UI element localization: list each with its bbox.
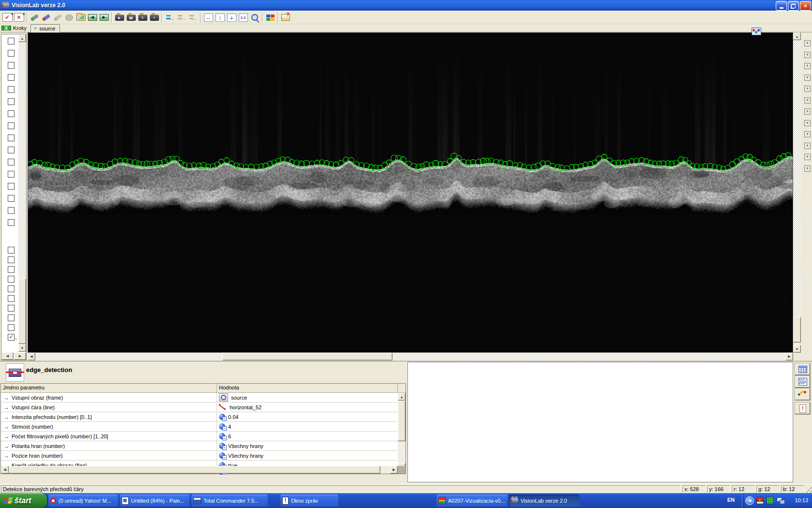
fit-height-button[interactable]: ↕ <box>214 12 226 23</box>
steps-scroll-left-button[interactable]: ◀ <box>1 352 14 360</box>
tray-app-icon[interactable] <box>756 497 764 504</box>
tray-matrix-icon[interactable] <box>767 497 774 504</box>
expand-plus-button[interactable]: + <box>804 108 811 115</box>
messages-button[interactable]: ! <box>795 403 810 414</box>
step-checkbox[interactable] <box>8 195 14 202</box>
zoom-tool-button[interactable] <box>249 12 261 23</box>
step-checkbox[interactable] <box>8 62 14 69</box>
step-checkbox[interactable] <box>8 171 14 178</box>
step-checkbox[interactable] <box>8 38 14 45</box>
table-hscroll-track[interactable] <box>380 466 390 474</box>
expand-plus-button[interactable]: + <box>804 75 811 81</box>
step-checkbox[interactable] <box>8 207 14 214</box>
step-checkbox[interactable] <box>8 159 14 165</box>
close-button[interactable]: × <box>800 1 811 11</box>
restore-button[interactable] <box>788 1 799 11</box>
edit-button[interactable] <box>795 388 810 400</box>
step-checkbox[interactable] <box>8 276 14 283</box>
run-all-tool-button[interactable] <box>40 12 52 23</box>
colors-palette-button[interactable] <box>264 12 276 23</box>
first-frame-button[interactable]: ◀ <box>87 12 98 23</box>
table-row[interactable]: →Strmost (number) 4 <box>1 422 398 432</box>
steps-scroll-up-button[interactable]: ▲ <box>18 34 26 42</box>
table-row[interactable]: →Vstupní obraz (frame) source <box>1 393 398 403</box>
table-vscroll-track[interactable] <box>398 441 406 463</box>
step-checkbox[interactable] <box>8 305 14 312</box>
table-row[interactable]: →Pozice hran (number) Všechny hrany <box>1 451 398 461</box>
table-scroll-up-button[interactable]: ▲ <box>398 393 406 401</box>
table-row[interactable]: →Vstupní čára (line) horizontal_52 <box>1 403 398 412</box>
confirm-step-button[interactable]: ✓x <box>1 12 13 23</box>
step-checkbox[interactable] <box>8 86 14 93</box>
next-frame-button[interactable]: ▶ <box>98 12 110 23</box>
step-checkbox[interactable] <box>8 122 14 129</box>
tray-clock[interactable]: 10:13 <box>795 497 808 503</box>
step-checkbox[interactable] <box>8 266 14 273</box>
tab-kroky[interactable]: Kroky <box>1 25 27 31</box>
open-image-button[interactable] <box>75 12 87 23</box>
zoom-1to1-button[interactable]: 1:1 <box>237 12 249 23</box>
taskbar-item-a0207[interactable]: A0207-Vizualizacia-v0... <box>436 494 508 507</box>
steps-scroll-down-button[interactable]: ▼ <box>18 344 26 352</box>
step-checkbox[interactable] <box>8 256 14 263</box>
start-button[interactable]: štart <box>0 493 47 508</box>
step-checkbox[interactable] <box>8 147 14 153</box>
image-vscroll-track[interactable] <box>793 40 801 345</box>
step-checkbox[interactable] <box>8 285 14 292</box>
camera-loop-button[interactable]: ↻ <box>137 12 148 23</box>
camera-stop-button[interactable]: × <box>148 12 160 23</box>
expand-plus-button[interactable]: + <box>804 120 811 126</box>
taskbar-item-okno-zprav[interactable]: !Okno zpráv <box>280 494 338 507</box>
table-scroll-right-button[interactable]: ▶ <box>390 466 398 474</box>
step-checkbox[interactable] <box>8 98 14 105</box>
expand-plus-button[interactable]: + <box>804 40 811 46</box>
image-scroll-up-button[interactable]: ▲ <box>793 32 801 40</box>
steps-scroll-thumb[interactable] <box>18 279 26 344</box>
expand-plus-button[interactable]: + <box>804 131 811 137</box>
step-checkbox[interactable] <box>8 50 14 57</box>
step-checkbox[interactable] <box>8 134 14 141</box>
tray-network-icon[interactable] <box>777 497 785 504</box>
step-checkbox[interactable] <box>8 324 14 331</box>
step-checkbox[interactable] <box>8 219 14 226</box>
step-checkbox[interactable] <box>8 110 14 117</box>
image-hscroll-track[interactable] <box>35 353 785 360</box>
show-table-button[interactable] <box>795 363 810 375</box>
step-out-button[interactable]: → <box>187 12 199 23</box>
expand-plus-button[interactable]: + <box>804 86 811 92</box>
step-checkbox[interactable] <box>8 74 14 81</box>
fit-page-button[interactable]: ↔↕ <box>226 12 237 23</box>
image-hscroll-thumb[interactable] <box>222 353 392 360</box>
inspection-image-canvas[interactable] <box>28 33 793 352</box>
run-tool-button[interactable] <box>29 12 40 23</box>
expand-plus-button[interactable]: + <box>804 143 811 149</box>
table-row[interactable]: →Počet filtrovaných pixelů (number) [1..… <box>1 432 398 441</box>
delete-step-button[interactable]: ×x <box>13 12 25 23</box>
image-scroll-right-button[interactable]: ▶ <box>785 353 793 360</box>
steps-scroll-track[interactable] <box>18 42 26 279</box>
table-hscroll-thumb[interactable] <box>9 466 380 474</box>
grab-tool-button[interactable] <box>63 12 75 23</box>
image-scroll-down-button[interactable]: ▼ <box>793 345 801 353</box>
taskbar-item-yahoo[interactable]: (0 unread) Yahoo! M... <box>48 494 118 507</box>
tab-source[interactable]: ✳ source <box>30 24 60 32</box>
table-scroll-left-button[interactable]: ◀ <box>1 466 9 474</box>
table-row[interactable]: →Polarita hran (number) Všechny hrany <box>1 441 398 451</box>
image-scroll-left-button[interactable]: ◀ <box>28 353 35 360</box>
taskbar-item-total-commander[interactable]: Total Commander 7.5... <box>191 494 268 507</box>
expand-plus-button[interactable]: + <box>804 63 811 69</box>
step-checkbox[interactable] <box>8 295 14 302</box>
help-button[interactable]: ? <box>280 12 291 23</box>
step-checkbox[interactable] <box>8 314 14 321</box>
hide-icons-chevron[interactable]: ◀ <box>745 496 754 505</box>
resize-grip[interactable] <box>805 486 812 493</box>
tool-disabled-button[interactable] <box>52 12 63 23</box>
camera-pause-button[interactable]: ▮▮ <box>125 12 137 23</box>
show-values-button[interactable] <box>795 376 810 388</box>
fit-width-button[interactable]: ↔ <box>203 12 214 23</box>
taskbar-item-paint[interactable]: Untitled (84%) - Pain... <box>120 494 189 507</box>
display-colors-icon[interactable] <box>752 28 761 35</box>
minimize-button[interactable] <box>776 1 787 11</box>
table-vscroll-thumb[interactable] <box>398 401 406 441</box>
step-over-button[interactable]: → <box>175 12 187 23</box>
